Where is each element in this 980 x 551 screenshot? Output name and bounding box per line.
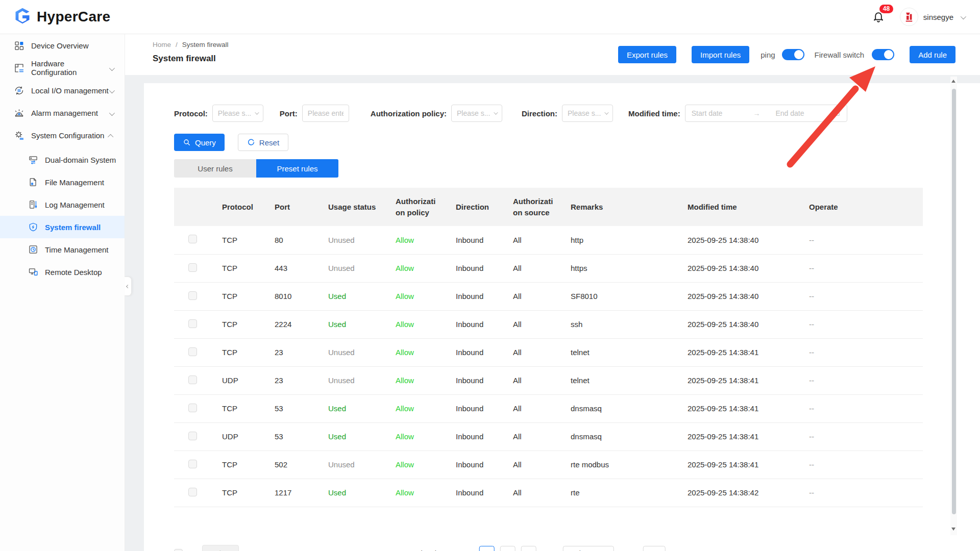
cell-direction: Inbound [454,282,511,310]
reset-button[interactable]: Reset [238,134,288,151]
row-checkbox-cell [174,422,220,450]
rules-table: Protocol Port Usage status Authorization… [174,188,923,507]
device-overview-icon [14,40,24,51]
sidebar-item-alarm-management[interactable]: Alarm management [0,102,125,124]
cell-direction: Inbound [454,479,511,507]
row-checkbox[interactable] [188,347,197,356]
cell-direction: Inbound [454,254,511,282]
protocol-select-value: Please s... [218,109,251,117]
goto-page-input[interactable] [643,546,666,551]
row-checkbox[interactable] [188,460,197,468]
cell-operate: -- [807,394,923,422]
notification-bell-button[interactable]: 48 [871,9,887,25]
select-all-checkbox[interactable] [174,549,183,551]
row-checkbox[interactable] [188,291,197,300]
delete-button[interactable]: Delete [202,545,239,551]
tab-preset-rules[interactable]: Preset rules [256,159,338,178]
firewall-switch-toggle[interactable] [872,49,894,60]
table-row: UDP 23 Unused Allow Inbound All telnet 2… [174,366,923,394]
prev-page-button[interactable] [458,546,473,551]
tab-user-rules[interactable]: User rules [174,159,256,178]
row-checkbox[interactable] [188,375,197,384]
modified-time-range-picker[interactable]: Start date → End date [685,105,847,122]
sidebar-item-system-configuration[interactable]: System Configuration [0,124,125,146]
port-input[interactable] [302,105,349,122]
protocol-select[interactable]: Please s... [212,105,263,122]
sidebar-item-dual-domain-system[interactable]: Dual-domain System [0,148,125,171]
date-range-arrow: → [753,109,760,117]
sidebar-item-log-management[interactable]: Log Management [0,193,125,216]
sidebar-item-label: Remote Desktop [45,268,102,277]
sidebar-item-file-management[interactable]: File Management [0,171,125,193]
cell-remarks: dnsmasq [569,394,685,422]
sidebar-item-local-io-management[interactable]: Local I/O management [0,79,125,102]
sidebar-item-device-overview[interactable]: Device Overview [0,34,125,57]
firewall-switch-label: Firewall switch [815,51,865,59]
cell-modified-time: 2025-09-25 14:38:41 [685,338,807,366]
scrollbar-thumb[interactable] [952,89,956,514]
ping-toggle[interactable] [782,49,804,60]
cell-modified-time: 2025-09-25 14:38:40 [685,226,807,254]
modified-time-filter-label: Modified time: [628,109,680,118]
sidebar-item-label: System firewall [45,223,101,232]
cell-authorization-policy: Allow [394,254,454,282]
port-filter-label: Port: [280,109,298,118]
cell-protocol: TCP [220,310,273,338]
search-icon [183,138,191,146]
breadcrumb-separator: / [176,41,178,48]
page-size-select[interactable]: 10 / page [562,546,614,551]
top-bar: HyperCare 48 [0,0,980,34]
page-button-3[interactable]: 3 [521,546,536,551]
header-authorization-policy: Authorization policy [394,188,454,226]
user-menu-chevron-icon[interactable] [961,12,965,21]
sidebar-item-time-management[interactable]: Time Management [0,238,125,261]
row-checkbox[interactable] [188,235,197,243]
row-checkbox[interactable] [188,404,197,412]
sidebar-item-label: Hardware Configuration [31,59,109,77]
cell-authorization-source: All [511,310,569,338]
rule-tabs: User rules Preset rules [174,159,923,178]
sidebar-item-system-firewall[interactable]: System firewall [0,216,125,238]
toolbar: Export rules Import rules ping Firewall … [618,46,955,63]
end-date-placeholder: End date [775,109,804,117]
add-rule-button[interactable]: Add rule [910,46,955,63]
sidebar-item-hardware-configuration[interactable]: Hardware Configuration [0,57,125,79]
sidebar-item-remote-desktop[interactable]: Remote Desktop [0,261,125,283]
avatar[interactable] [900,8,918,26]
calendar-icon [832,108,841,118]
refresh-icon [247,138,255,146]
auth-policy-select[interactable]: Please s... [451,105,502,122]
rules-table-body: TCP 80 Unused Allow Inbound All http 202… [174,226,923,507]
page-button-1[interactable]: 1 [479,546,494,551]
row-checkbox[interactable] [188,263,197,272]
scroll-up-arrow[interactable] [951,80,955,83]
cell-port: 80 [273,226,326,254]
remote-desktop-icon [28,267,38,277]
breadcrumb-home-link[interactable]: Home [153,41,171,48]
cell-authorization-source: All [511,394,569,422]
sidebar-collapse-handle[interactable] [125,277,132,296]
pagination-bar: Delete total 21 items 1 2 3 10 / page Go… [174,541,923,551]
cell-port: 53 [273,394,326,422]
row-checkbox-cell [174,310,220,338]
import-rules-button[interactable]: Import rules [692,46,749,63]
row-checkbox[interactable] [188,432,197,440]
cell-usage-status: Unused [326,254,394,282]
protocol-filter-label: Protocol: [174,109,208,118]
direction-select[interactable]: Please s... [562,105,613,122]
scroll-down-arrow[interactable] [951,528,955,531]
cell-port: 23 [273,338,326,366]
query-button[interactable]: Query [174,134,225,151]
row-checkbox[interactable] [188,319,197,328]
cell-operate: -- [807,338,923,366]
cell-remarks: https [569,254,685,282]
cell-authorization-source: All [511,450,569,479]
cell-operate: -- [807,366,923,394]
page-button-2[interactable]: 2 [500,546,515,551]
table-row: TCP 443 Unused Allow Inbound All https 2… [174,254,923,282]
next-page-button[interactable] [542,546,557,551]
log-management-icon [28,199,38,210]
row-checkbox[interactable] [188,488,197,496]
export-rules-button[interactable]: Export rules [618,46,676,63]
brand: HyperCare [13,7,110,27]
